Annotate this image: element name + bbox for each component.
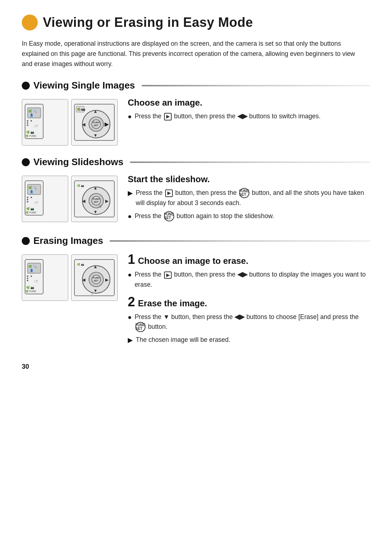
slideshow-step-text: Start the slideshow.	[128, 174, 210, 184]
section-bar	[142, 85, 370, 86]
instr-item-1: ● Press the ▶ button, then press the ◀▶ …	[128, 111, 370, 122]
svg-text:🌿 📷: 🌿 📷	[77, 263, 84, 266]
section-viewing-single: Viewing Single Images 🌿 🔍 👤	[22, 80, 370, 146]
instr-erase-text-3: The chosen image will be erased.	[136, 335, 370, 345]
svg-text:🌿: 🌿	[28, 109, 32, 113]
section-title-viewing-single: Viewing Single Images	[33, 80, 135, 91]
svg-text:🔍: 🔍	[33, 109, 37, 113]
svg-text:▲: ▲	[93, 264, 98, 269]
instr-slideshow-text-2: Press the FUNC SET button again to stop …	[135, 211, 370, 221]
func-set-icon-1: FUNC SET	[239, 188, 249, 198]
camera-image-3: 🌿 🔍 👤 🌿 📷 ☞ 🌿 FUNC	[22, 176, 68, 222]
section-heading-viewing-single: Viewing Single Images	[22, 80, 370, 91]
svg-text:📷: 📷	[30, 130, 34, 134]
svg-text:◀: ◀	[82, 122, 86, 127]
svg-text:📷: 📷	[30, 207, 34, 210]
bullet-icon-2: ●	[128, 212, 132, 222]
instr-slideshow-2: ● Press the FUNC SET button again to sto…	[128, 211, 370, 222]
section-viewing-slideshows: Viewing Slideshows 🌿 🔍 👤 🌿 📷 ☞	[22, 156, 370, 224]
func-set-icon-3: FUNC SET	[135, 322, 146, 332]
step-num-1: 1	[128, 253, 135, 266]
svg-point-60	[30, 275, 32, 277]
step-1-text: Choose an image to erase.	[138, 256, 248, 266]
svg-point-6	[27, 122, 28, 124]
step-1-heading: 1 Choose an image to erase.	[128, 253, 370, 266]
camera-image-2: 🏠 📷 FUNC SET ▲ ▼ ◀ ▶ 🌿 📷 ▶	[71, 99, 118, 146]
svg-text:🌿: 🌿	[28, 265, 32, 268]
play-btn-icon-3: ▶	[164, 271, 172, 279]
svg-text:◀: ◀	[82, 199, 86, 204]
instr-erase-text-1: Press the ▶ button, then press the ◀▶ bu…	[135, 270, 370, 289]
play-button-icon: ▶	[164, 113, 172, 120]
svg-text:▲: ▲	[93, 109, 98, 114]
step-2-text: Erase the image.	[138, 298, 207, 308]
svg-text:☞: ☞	[34, 123, 39, 129]
svg-text:☟: ☟	[99, 204, 102, 209]
svg-point-35	[30, 197, 32, 198]
svg-text:🌿: 🌿	[26, 130, 30, 134]
step-2-heading: 2 Erase the image.	[128, 295, 370, 308]
camera-image-5: 🌿 🔍 👤 🌿 📷 ☞ 🌿 FUNC	[22, 254, 68, 301]
instructions-col-erasing: 1 Choose an image to erase. ● Press the …	[128, 253, 370, 348]
intro-paragraph: In Easy mode, operational instructions a…	[22, 38, 359, 69]
svg-text:🌿: 🌿	[26, 286, 30, 289]
svg-text:FUNC: FUNC	[93, 277, 100, 279]
svg-text:SET: SET	[94, 201, 99, 203]
arrow-icon-2: ▶	[128, 335, 133, 345]
section-erasing-images: Erasing Images 🌿 🔍 👤 🌿 📷 ☞	[22, 235, 370, 348]
bullet-icon-3: ●	[128, 270, 132, 280]
svg-text:🌿 FUNC: 🌿 FUNC	[25, 211, 36, 214]
svg-point-34	[27, 201, 28, 203]
content-row-viewing-single: 🌿 🔍 👤 🌿 📷 ☞ 🌿 FUNC	[22, 98, 370, 146]
svg-text:👤: 👤	[30, 113, 33, 117]
step-num-2: 2	[128, 295, 135, 308]
svg-text:🌿: 🌿	[26, 207, 30, 210]
svg-point-59	[27, 280, 28, 281]
arrow-icon-1: ▶	[128, 188, 133, 199]
svg-text:🌿 📷: 🌿 📷	[77, 184, 84, 187]
bullet-icon-4: ●	[128, 312, 132, 323]
svg-point-8	[30, 120, 32, 122]
title-icon	[22, 15, 38, 30]
svg-text:☟: ☟	[91, 291, 93, 296]
svg-point-58	[27, 278, 28, 279]
page-number: 30	[22, 363, 29, 371]
section-bar-3	[110, 240, 370, 242]
svg-text:SET: SET	[94, 279, 99, 282]
section-bullet-2	[22, 158, 30, 166]
svg-text:📷: 📷	[30, 286, 34, 289]
step-heading-choose-image: Choose an image.	[128, 98, 370, 108]
svg-text:▶: ▶	[105, 121, 109, 127]
play-btn-icon-2: ▶	[165, 189, 173, 197]
svg-text:FUNC: FUNC	[93, 198, 100, 200]
images-col: 🌿 🔍 👤 🌿 📷 ☞ 🌿 FUNC	[22, 99, 118, 146]
section-bar-2	[130, 161, 370, 163]
content-row-slideshows: 🌿 🔍 👤 🌿 📷 ☞ 🌿 FUNC 🌿 📷	[22, 174, 370, 224]
section-title-slideshows: Viewing Slideshows	[33, 156, 123, 168]
bullet-icon: ●	[128, 112, 132, 122]
svg-text:🌿 FUNC: 🌿 FUNC	[25, 290, 36, 293]
step-heading-text: Choose an image.	[128, 98, 202, 108]
page-title: Viewing or Erasing in Easy Mode	[43, 15, 253, 30]
svg-point-57	[27, 275, 28, 277]
page-title-bar: Viewing or Erasing in Easy Mode	[22, 15, 370, 30]
svg-text:▶: ▶	[105, 277, 109, 282]
svg-text:👤: 👤	[30, 269, 33, 272]
step-heading-slideshow: Start the slideshow.	[128, 174, 370, 184]
svg-text:▲: ▲	[93, 185, 98, 191]
svg-text:▼: ▼	[93, 133, 98, 138]
svg-point-5	[27, 120, 28, 122]
instr-slideshow-1: ▶ Press the ▶ button, then press the FUN…	[128, 188, 370, 208]
section-heading-slideshows: Viewing Slideshows	[22, 156, 370, 168]
instructions-col-slideshows: Start the slideshow. ▶ Press the ▶ butto…	[128, 174, 370, 224]
camera-image-6: 🌿 📷 FUNC SET ▲ ▼ ◀ ▶ ☟	[71, 254, 118, 301]
instr-text-1: Press the ▶ button, then press the ◀▶ bu…	[135, 111, 370, 121]
svg-text:▼: ▼	[93, 209, 98, 214]
svg-text:👤: 👤	[30, 190, 33, 193]
camera-image-4: 🌿 📷 FUNC SET ▲ ▼ ◀ ▶ ☟	[71, 176, 118, 222]
svg-text:🌿: 🌿	[28, 186, 32, 189]
images-col-2: 🌿 🔍 👤 🌿 📷 ☞ 🌿 FUNC 🌿 📷	[22, 176, 118, 224]
svg-text:🔍: 🔍	[33, 186, 37, 189]
section-bullet-3	[22, 237, 30, 245]
svg-text:FUNC: FUNC	[93, 121, 100, 124]
